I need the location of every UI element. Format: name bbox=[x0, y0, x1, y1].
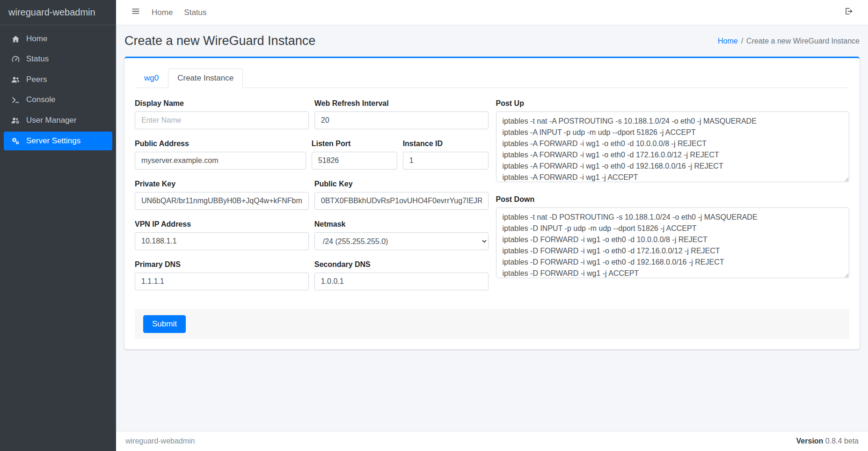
submit-button[interactable]: Submit bbox=[143, 315, 186, 333]
content-wrapper: Create a new WireGuard Instance Home / C… bbox=[116, 25, 868, 431]
netmask-label: Netmask bbox=[314, 220, 489, 229]
field-secondary-dns: Secondary DNS bbox=[314, 260, 489, 290]
sidebar-item-server-settings[interactable]: Server Settings bbox=[4, 132, 112, 150]
field-private-key: Private Key bbox=[135, 180, 309, 210]
field-netmask: Netmask /24 (255.255.255.0) bbox=[314, 220, 489, 250]
vpn-ip-address-input[interactable] bbox=[135, 232, 309, 250]
sidebar-item-label: User Manager bbox=[26, 116, 77, 125]
breadcrumb-current: Create a new WireGuard Instance bbox=[746, 37, 860, 45]
sidebar-item-user-manager[interactable]: User Manager bbox=[4, 111, 112, 130]
footer-version: Version 0.8.4 beta bbox=[796, 437, 859, 445]
form-right-column: Post Up iptables -t nat -A POSTROUTING -… bbox=[496, 99, 850, 290]
tab-wg0[interactable]: wg0 bbox=[135, 68, 168, 88]
public-key-input[interactable] bbox=[314, 192, 489, 210]
netmask-select[interactable]: /24 (255.255.255.0) bbox=[314, 232, 489, 250]
field-post-down: Post Down iptables -t nat -D POSTROUTING… bbox=[496, 195, 850, 280]
content-header: Create a new WireGuard Instance Home / C… bbox=[116, 25, 868, 55]
post-down-textarea[interactable]: iptables -t nat -D POSTROUTING -s 10.188… bbox=[496, 207, 850, 278]
secondary-dns-label: Secondary DNS bbox=[314, 260, 489, 269]
field-public-address: Public Address bbox=[135, 140, 306, 170]
breadcrumb-separator: / bbox=[741, 37, 743, 45]
primary-dns-input[interactable] bbox=[135, 273, 309, 290]
sidebar-item-peers[interactable]: Peers bbox=[4, 70, 112, 89]
post-down-label: Post Down bbox=[496, 195, 850, 204]
brand-link[interactable]: wireguard-webadmin bbox=[0, 0, 116, 25]
form-left-column: Display Name Web Refresh Interval bbox=[135, 99, 489, 290]
navbar-link-home[interactable]: Home bbox=[146, 4, 178, 21]
page-footer: wireguard-webadmin Version 0.8.4 beta bbox=[116, 431, 868, 451]
instance-form: Display Name Web Refresh Interval bbox=[135, 99, 849, 290]
users-icon bbox=[9, 75, 22, 84]
breadcrumb: Home / Create a new WireGuard Instance bbox=[718, 37, 860, 45]
sidebar-item-label: Server Settings bbox=[26, 137, 80, 146]
sidebar-item-label: Console bbox=[26, 96, 55, 104]
top-navbar: Home Status bbox=[116, 0, 868, 25]
listen-port-label: Listen Port bbox=[312, 140, 397, 148]
footer-version-value: 0.8.4 beta bbox=[825, 437, 859, 445]
instance-id-label: Instance ID bbox=[403, 140, 489, 148]
sidebar-item-status[interactable]: Status bbox=[4, 50, 112, 68]
field-web-refresh-interval: Web Refresh Interval bbox=[314, 99, 489, 129]
sidebar-toggle-button[interactable] bbox=[125, 3, 146, 22]
sidebar-nav: Home Status Peers Console bbox=[0, 25, 116, 155]
private-key-label: Private Key bbox=[135, 180, 309, 188]
sidebar-item-label: Peers bbox=[26, 75, 47, 84]
listen-port-input[interactable] bbox=[312, 152, 397, 170]
navbar-link-status[interactable]: Status bbox=[178, 4, 212, 21]
app-root: wireguard-webadmin Home Status Peers bbox=[0, 0, 868, 451]
field-display-name: Display Name bbox=[135, 99, 309, 129]
sign-out-icon bbox=[844, 7, 853, 18]
post-up-label: Post Up bbox=[496, 99, 850, 108]
page-title: Create a new WireGuard Instance bbox=[124, 34, 315, 48]
sidebar: wireguard-webadmin Home Status Peers bbox=[0, 0, 116, 451]
logout-button[interactable] bbox=[838, 3, 859, 22]
hamburger-icon bbox=[131, 7, 140, 18]
sidebar-item-console[interactable]: Console bbox=[4, 91, 112, 109]
tab-create-instance[interactable]: Create Instance bbox=[168, 68, 243, 88]
field-vpn-ip-address: VPN IP Address bbox=[135, 220, 309, 250]
sidebar-item-home[interactable]: Home bbox=[4, 30, 112, 48]
primary-dns-label: Primary DNS bbox=[135, 260, 309, 269]
instance-card-body: wg0 Create Instance Display Name bbox=[124, 58, 860, 349]
display-name-input[interactable] bbox=[135, 111, 309, 129]
field-post-up: Post Up iptables -t nat -A POSTROUTING -… bbox=[496, 99, 850, 184]
instance-id-input[interactable] bbox=[403, 152, 489, 170]
sidebar-item-label: Status bbox=[26, 55, 49, 64]
field-public-key: Public Key bbox=[314, 180, 489, 210]
form-footer-strip: Submit bbox=[135, 309, 849, 339]
users-gear-icon bbox=[9, 116, 22, 125]
secondary-dns-input[interactable] bbox=[314, 273, 489, 290]
breadcrumb-home-link[interactable]: Home bbox=[718, 37, 738, 45]
web-refresh-interval-label: Web Refresh Interval bbox=[314, 99, 489, 108]
home-icon bbox=[9, 35, 22, 44]
public-address-label: Public Address bbox=[135, 140, 306, 148]
footer-brand-text: wireguard-webadmin bbox=[125, 437, 195, 445]
tachometer-icon bbox=[9, 55, 22, 64]
web-refresh-interval-input[interactable] bbox=[314, 111, 489, 129]
private-key-input[interactable] bbox=[135, 192, 309, 210]
vpn-ip-address-label: VPN IP Address bbox=[135, 220, 309, 229]
footer-version-label: Version bbox=[796, 437, 824, 445]
terminal-icon bbox=[9, 96, 22, 104]
main-column: Home Status Create a new WireGuard Insta… bbox=[116, 0, 868, 451]
field-instance-id: Instance ID bbox=[403, 140, 489, 170]
cogs-icon bbox=[9, 136, 22, 146]
instance-card: wg0 Create Instance Display Name bbox=[124, 57, 860, 349]
sidebar-item-label: Home bbox=[26, 35, 47, 44]
display-name-label: Display Name bbox=[135, 99, 309, 108]
post-up-textarea[interactable]: iptables -t nat -A POSTROUTING -s 10.188… bbox=[496, 111, 850, 182]
field-listen-port: Listen Port bbox=[312, 140, 397, 170]
public-key-label: Public Key bbox=[314, 180, 489, 188]
field-primary-dns: Primary DNS bbox=[135, 260, 309, 290]
public-address-input[interactable] bbox=[135, 152, 306, 170]
instance-tabs: wg0 Create Instance bbox=[135, 68, 849, 88]
